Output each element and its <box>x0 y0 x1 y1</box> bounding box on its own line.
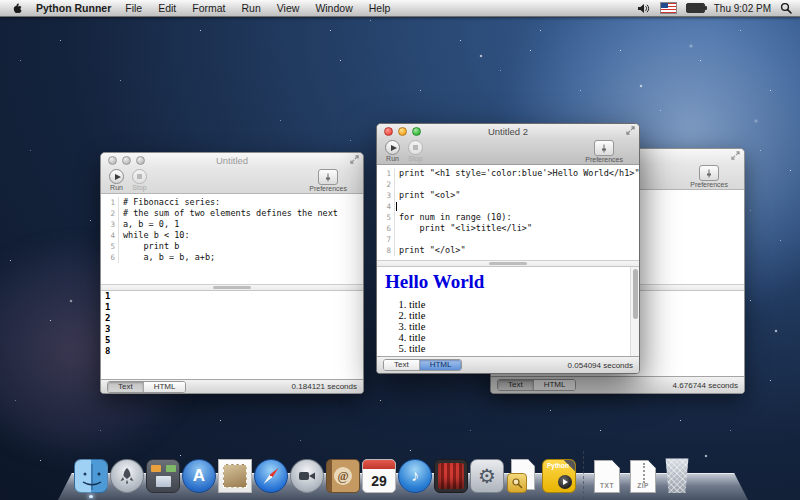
list-item: title <box>409 343 639 354</box>
right-run-time: 4.676744 seconds <box>673 381 738 390</box>
middle-output-pane[interactable]: Hello World title title title title titl… <box>377 267 639 356</box>
minimize-icon[interactable] <box>398 127 407 136</box>
right-bottom-bar: Text HTML 4.676744 seconds <box>491 376 744 393</box>
tab-html[interactable]: HTML <box>419 360 462 370</box>
dock-python-runner-icon[interactable]: Python <box>542 459 576 493</box>
html-output-list: title title title title title title <box>383 299 639 356</box>
zip-label: ZIP <box>628 482 658 489</box>
python-runner-label: Python <box>547 462 569 469</box>
list-item: title <box>409 310 639 321</box>
dock-finder-icon[interactable] <box>74 459 108 493</box>
left-stop-button[interactable]: Stop <box>132 169 147 191</box>
tab-text[interactable]: Text <box>384 360 419 370</box>
menu-format[interactable]: Format <box>192 2 225 14</box>
tab-text[interactable]: Text <box>108 382 143 392</box>
left-toolbar: Run Stop Preferences <box>101 168 363 194</box>
preferences-icon <box>594 140 614 156</box>
menu-run[interactable]: Run <box>242 2 261 14</box>
middle-bottom-bar: Text HTML 0.054094 seconds <box>377 356 639 373</box>
menu-view[interactable]: View <box>277 2 300 14</box>
dock-photo-booth-icon[interactable] <box>434 459 468 493</box>
left-bottom-bar: Text HTML 0.184121 seconds <box>101 379 363 393</box>
dock: A @ 29 ♪ ⚙ Python <box>0 444 800 500</box>
dock-address-book-icon[interactable]: @ <box>326 459 360 493</box>
zoom-icon[interactable] <box>136 156 145 165</box>
menu-help[interactable]: Help <box>369 2 391 14</box>
fullscreen-arrows-icon[interactable] <box>350 155 359 164</box>
dock-mission-control-icon[interactable] <box>146 459 180 493</box>
left-splitter[interactable] <box>101 284 363 291</box>
preferences-icon <box>318 169 338 185</box>
menu-edit[interactable]: Edit <box>158 2 176 14</box>
close-icon[interactable] <box>384 127 393 136</box>
dock-launchpad-icon[interactable] <box>110 459 144 493</box>
dock-zip-document-icon[interactable]: ZIP <box>628 460 658 493</box>
html-output-heading: Hello World <box>385 271 639 293</box>
middle-splitter[interactable] <box>377 260 639 267</box>
left-traffic-lights <box>108 156 145 165</box>
stop-icon <box>408 140 423 155</box>
menu-window[interactable]: Window <box>315 2 352 14</box>
tab-text[interactable]: Text <box>498 380 533 390</box>
dock-app-store-icon[interactable]: A <box>182 459 216 493</box>
dock-trash-icon[interactable] <box>662 457 692 493</box>
left-run-button[interactable]: Run <box>109 169 124 191</box>
txt-label: TXT <box>592 482 622 489</box>
stop-icon <box>132 169 147 184</box>
menu-clock[interactable]: Thu 9:02 PM <box>714 3 771 14</box>
middle-output-mode-tabs: Text HTML <box>383 359 462 371</box>
zoom-icon[interactable] <box>412 127 421 136</box>
middle-stop-button[interactable]: Stop <box>408 140 423 162</box>
tab-html[interactable]: HTML <box>533 380 576 390</box>
middle-run-time: 0.054094 seconds <box>568 361 633 370</box>
calendar-day: 29 <box>363 469 395 492</box>
right-preferences-button[interactable]: Preferences <box>690 165 728 188</box>
dock-separator <box>578 451 588 493</box>
middle-toolbar: Run Stop Preferences <box>377 139 639 165</box>
middle-traffic-lights <box>384 127 421 136</box>
close-icon[interactable] <box>108 156 117 165</box>
dock-system-preferences-icon[interactable]: ⚙ <box>470 459 504 493</box>
preferences-icon <box>699 165 719 181</box>
window-title: Untitled <box>216 155 248 166</box>
dock-safari-icon[interactable] <box>254 459 288 493</box>
spotlight-icon[interactable] <box>780 2 792 14</box>
menu-bar: Python Runner File Edit Format Run View … <box>0 0 800 17</box>
menu-app-name[interactable]: Python Runner <box>36 2 111 14</box>
dock-mail-icon[interactable] <box>218 459 252 493</box>
tab-html[interactable]: HTML <box>143 382 186 392</box>
middle-titlebar[interactable]: Untitled 2 <box>377 124 639 139</box>
middle-run-button[interactable]: Run <box>385 140 400 162</box>
minimize-icon[interactable] <box>122 156 131 165</box>
menu-file[interactable]: File <box>125 2 142 14</box>
fullscreen-arrows-icon[interactable] <box>626 126 635 135</box>
dock-calendar-icon[interactable]: 29 <box>362 459 396 493</box>
scrollbar-thumb[interactable] <box>633 269 638 319</box>
battery-icon[interactable] <box>686 3 705 13</box>
output-scrollbar[interactable] <box>630 267 639 356</box>
play-icon <box>109 169 124 184</box>
list-item: title <box>409 354 639 356</box>
left-preferences-button[interactable]: Preferences <box>309 169 347 192</box>
input-language-flag-icon[interactable] <box>660 2 677 14</box>
volume-icon[interactable] <box>638 3 651 14</box>
middle-code-editor[interactable]: 1print "<h1 style='color:blue'>Hello Wor… <box>377 165 639 260</box>
dock-itunes-icon[interactable]: ♪ <box>398 459 432 493</box>
dock-facetime-icon[interactable] <box>290 459 324 493</box>
left-run-time: 0.184121 seconds <box>292 382 357 391</box>
dock-txt-document-icon[interactable]: TXT <box>592 460 622 493</box>
dock-file-search-icon[interactable] <box>506 459 540 493</box>
right-output-mode-tabs: Text HTML <box>497 379 576 391</box>
list-item: title <box>409 299 639 310</box>
left-code-editor[interactable]: 1# Fibonacci series: 2# the sum of two e… <box>101 194 363 284</box>
middle-preferences-button[interactable]: Preferences <box>585 140 623 163</box>
play-icon <box>558 475 572 489</box>
window-title: Untitled 2 <box>488 126 528 137</box>
apple-menu-icon[interactable] <box>12 2 24 15</box>
fullscreen-arrows-icon[interactable] <box>731 151 740 160</box>
text-caret <box>396 202 397 211</box>
left-titlebar[interactable]: Untitled <box>101 153 363 168</box>
list-item: title <box>409 332 639 343</box>
left-output-pane[interactable]: 1 1 2 3 5 8 <box>101 291 363 379</box>
desktop: Python Runner File Edit Format Run View … <box>0 0 800 500</box>
